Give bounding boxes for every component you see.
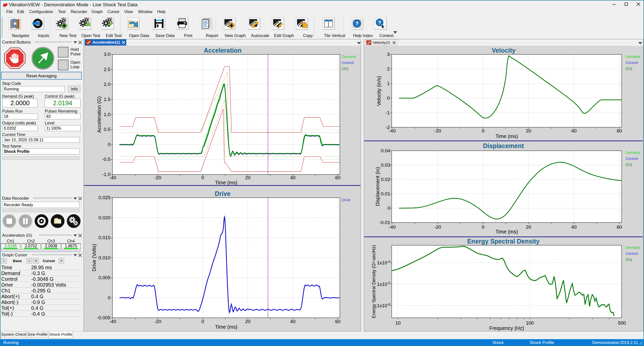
svg-text:?: ? — [378, 20, 381, 25]
svg-text:?: ? — [355, 20, 358, 27]
